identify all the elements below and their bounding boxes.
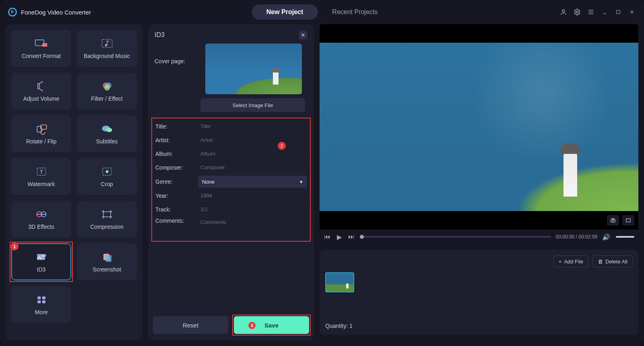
svg-point-22 xyxy=(42,255,43,257)
input-title[interactable] xyxy=(198,121,307,132)
snapshot-icon[interactable] xyxy=(607,215,619,226)
label-artist: Artist: xyxy=(155,137,194,143)
svg-point-17 xyxy=(105,170,108,173)
tool-label: Crop xyxy=(101,181,113,187)
svg-rect-20 xyxy=(103,212,111,217)
tool-label: Subtitles xyxy=(96,138,118,145)
titlebar: FoneDog Video Converter New Project Rece… xyxy=(0,0,644,24)
tool-label: Filter / Effect xyxy=(91,95,122,102)
player-controls: ⏮ ▶ ⏭ 00:00:00 / 00:02:59 🔊 xyxy=(320,230,638,244)
save-button[interactable]: 3 Save xyxy=(234,316,309,334)
input-year[interactable] xyxy=(198,190,307,201)
add-file-label: Add File xyxy=(564,259,583,265)
tab-recent-projects[interactable]: Recent Projects xyxy=(318,4,392,20)
close-window-icon[interactable] xyxy=(628,8,636,16)
close-editor-icon[interactable]: ✕ xyxy=(299,31,308,39)
tool-compression[interactable]: Compression xyxy=(77,201,137,238)
app-title: FoneDog Video Converter xyxy=(21,9,91,16)
step-badge-2: 2 xyxy=(278,142,286,150)
svg-point-9 xyxy=(104,85,109,90)
video-player[interactable] xyxy=(320,24,638,230)
label-track: Track: xyxy=(155,206,194,213)
input-album[interactable] xyxy=(198,148,307,160)
label-year: Year: xyxy=(155,193,194,199)
fullscreen-icon[interactable] xyxy=(622,215,634,226)
input-track[interactable] xyxy=(198,204,307,215)
volume-icon[interactable]: 🔊 xyxy=(602,233,609,241)
tool-id3[interactable]: ID3 xyxy=(11,243,71,280)
preview-panel: ⏮ ▶ ⏭ 00:00:00 / 00:02:59 🔊 + Add File 🗑… xyxy=(320,24,638,340)
svg-point-13 xyxy=(106,128,112,132)
svg-text:T: T xyxy=(40,169,43,175)
svg-rect-4 xyxy=(42,43,47,47)
svg-rect-2 xyxy=(617,10,620,14)
tool-label: Convert Format xyxy=(22,53,61,59)
label-album: Album: xyxy=(155,151,194,157)
label-composer: Composer: xyxy=(155,164,194,171)
tool-label: Compression xyxy=(90,224,123,230)
tool-label: Watermark xyxy=(28,181,55,187)
input-artist[interactable] xyxy=(198,135,307,146)
svg-rect-26 xyxy=(42,296,45,299)
clip-gallery: + Add File 🗑 Delete All Quantity: 1 xyxy=(320,250,638,335)
svg-rect-25 xyxy=(37,296,41,299)
add-file-button[interactable]: + Add File xyxy=(553,255,588,267)
clip-thumbnail[interactable] xyxy=(325,272,354,292)
settings-icon[interactable] xyxy=(573,8,581,16)
svg-rect-24 xyxy=(105,255,111,262)
progress-handle[interactable] xyxy=(360,235,364,239)
timecode: 00:00:00 / 00:02:59 xyxy=(556,234,597,240)
tool-label: Screenshot xyxy=(93,266,121,273)
tool-label: 3D Effects xyxy=(28,224,54,230)
tool-background-music[interactable]: Background Music xyxy=(77,30,137,67)
minimize-icon[interactable] xyxy=(601,8,609,16)
input-composer[interactable] xyxy=(198,162,307,173)
svg-point-30 xyxy=(612,220,614,222)
quantity-label: Quantity: 1 xyxy=(325,323,633,329)
tool-filter-effect[interactable]: Filter / Effect xyxy=(77,73,137,110)
chevron-down-icon: ▾ xyxy=(300,179,303,185)
editor-title: ID3 xyxy=(155,31,165,39)
tool-subtitles[interactable]: Subtitles xyxy=(77,115,137,152)
label-comments: Comments: xyxy=(155,218,194,224)
tool-adjust-volume[interactable]: Adjust Volume xyxy=(11,73,71,110)
tool-label: ID3 xyxy=(37,266,46,273)
volume-slider[interactable] xyxy=(616,236,634,238)
logo-icon xyxy=(8,8,17,17)
tool-screenshot[interactable]: Screenshot xyxy=(77,243,137,280)
prev-icon[interactable]: ⏮ xyxy=(324,233,331,240)
tab-new-project[interactable]: New Project xyxy=(252,4,318,20)
tool-label: Adjust Volume xyxy=(23,95,60,102)
svg-rect-27 xyxy=(37,300,41,303)
tool-label: Rotate / Flip xyxy=(26,138,56,145)
input-comments[interactable] xyxy=(198,218,307,236)
select-genre[interactable]: None ▾ xyxy=(198,176,307,188)
cover-thumbnail xyxy=(205,44,302,94)
select-genre-value: None xyxy=(202,179,215,185)
tool-crop[interactable]: Crop xyxy=(77,158,137,195)
trash-icon: 🗑 xyxy=(598,259,603,265)
tool-label: More xyxy=(35,309,48,315)
menu-icon[interactable] xyxy=(587,8,595,16)
step-badge-1: 1 xyxy=(10,242,19,251)
tool-watermark[interactable]: T Watermark xyxy=(11,158,71,195)
maximize-icon[interactable] xyxy=(614,8,622,16)
brand: FoneDog Video Converter xyxy=(8,8,91,17)
next-icon[interactable]: ⏭ xyxy=(348,233,355,240)
select-image-button[interactable]: Select Image File xyxy=(200,98,305,112)
account-icon[interactable] xyxy=(559,8,568,16)
tool-convert-format[interactable]: Convert Format xyxy=(11,30,71,67)
svg-point-0 xyxy=(562,10,565,12)
play-icon[interactable]: ▶ xyxy=(336,233,343,241)
id3-editor: ID3 ✕ Cover page: Select Image File 2 Ti… xyxy=(148,24,314,340)
svg-rect-31 xyxy=(626,219,631,222)
label-genre: Genre: xyxy=(155,178,194,185)
save-button-label: Save xyxy=(264,322,279,329)
cover-page-label: Cover page: xyxy=(155,44,199,64)
tool-3d-effects[interactable]: 3D Effects xyxy=(11,201,71,238)
progress-bar[interactable] xyxy=(360,236,551,238)
reset-button[interactable]: Reset xyxy=(153,316,228,334)
tool-more[interactable]: More xyxy=(11,286,71,323)
tool-rotate-flip[interactable]: Rotate / Flip xyxy=(11,115,71,152)
delete-all-button[interactable]: 🗑 Delete All xyxy=(592,255,633,267)
